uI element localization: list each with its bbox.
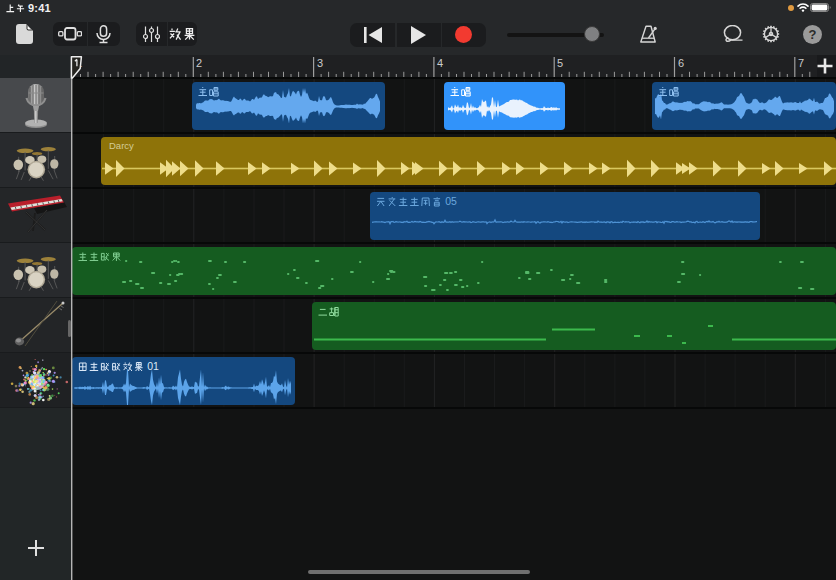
svg-text:05: 05 — [445, 195, 457, 207]
svg-text:01: 01 — [147, 360, 159, 372]
